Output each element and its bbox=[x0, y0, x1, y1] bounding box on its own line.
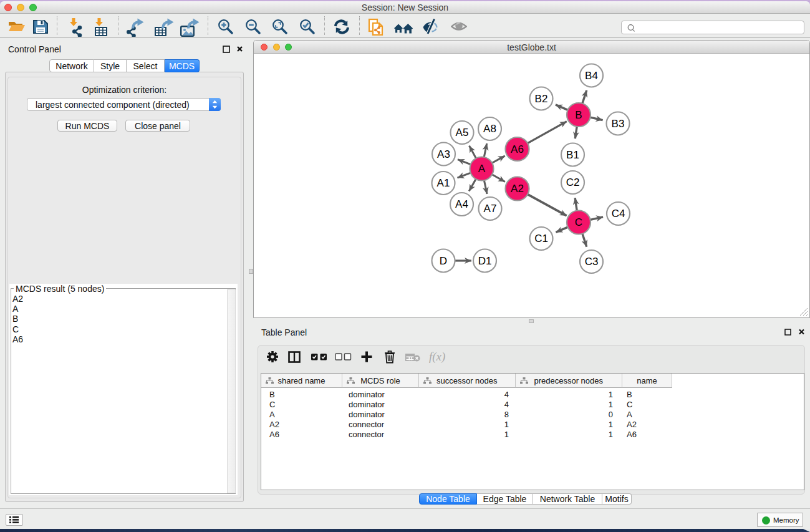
svg-text:C2: C2 bbox=[566, 177, 580, 188]
svg-text:C3: C3 bbox=[585, 256, 599, 268]
svg-text:A: A bbox=[478, 163, 486, 175]
svg-text:C1: C1 bbox=[534, 233, 548, 244]
svg-text:A1: A1 bbox=[437, 177, 450, 189]
svg-text:D1: D1 bbox=[478, 255, 492, 267]
svg-text:A7: A7 bbox=[484, 203, 497, 215]
svg-text:A6: A6 bbox=[511, 143, 524, 155]
svg-text:A4: A4 bbox=[455, 198, 468, 210]
svg-text:B3: B3 bbox=[612, 118, 625, 130]
svg-text:B2: B2 bbox=[535, 93, 548, 105]
svg-text:A5: A5 bbox=[456, 127, 469, 138]
svg-text:A2: A2 bbox=[511, 183, 524, 195]
svg-text:A8: A8 bbox=[483, 123, 496, 135]
svg-text:C4: C4 bbox=[612, 208, 625, 220]
svg-text:A3: A3 bbox=[437, 148, 450, 160]
svg-text:B1: B1 bbox=[566, 149, 579, 161]
svg-text:B: B bbox=[575, 109, 582, 121]
svg-text:C: C bbox=[575, 216, 582, 228]
svg-text:D: D bbox=[440, 255, 447, 267]
svg-text:B4: B4 bbox=[585, 70, 598, 82]
